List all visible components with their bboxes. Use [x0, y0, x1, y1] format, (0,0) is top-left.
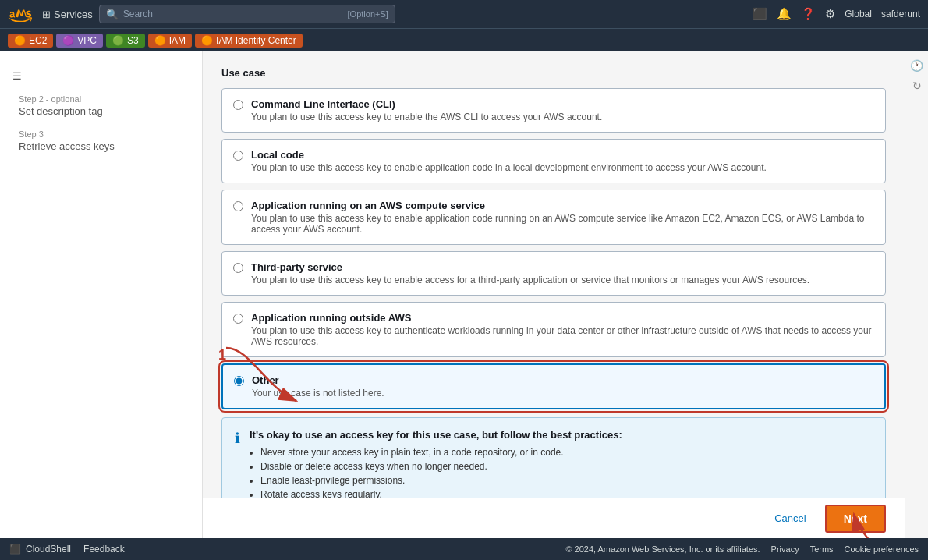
option-other[interactable]: Other Your use case is not listed here.	[221, 363, 886, 409]
services-menu[interactable]: ⊞ Services	[42, 9, 93, 20]
option-outside-aws-label: Application running outside AWS	[251, 312, 874, 324]
feedback-link[interactable]: Feedback	[83, 544, 125, 555]
hamburger-icon[interactable]: ☰	[0, 64, 202, 88]
step3-title: Retrieve access keys	[19, 140, 183, 152]
sidebar-step-2: Step 2 - optional Set description tag	[0, 88, 202, 123]
option-third-party[interactable]: Third-party service You plan to use this…	[221, 251, 886, 296]
clock-icon[interactable]: 🕐	[910, 59, 923, 72]
search-input[interactable]	[123, 9, 343, 19]
privacy-link[interactable]: Privacy	[771, 544, 799, 554]
terminal-icon[interactable]: ⬛	[753, 7, 767, 21]
radio-aws-compute[interactable]	[233, 201, 243, 211]
best-practices-info: ℹ It's okay to use an access key for thi…	[221, 417, 886, 498]
option-local-code[interactable]: Local code You plan to use this access k…	[221, 139, 886, 183]
option-third-party-desc: You plan to use this access key to enabl…	[251, 275, 809, 285]
cookie-link[interactable]: Cookie preferences	[845, 544, 919, 554]
search-icon: 🔍	[106, 9, 119, 20]
next-button[interactable]: Next	[825, 505, 886, 533]
search-shortcut: [Option+S]	[348, 9, 388, 19]
footer-bar: ⬛ CloudShell Feedback © 2024, Amazon Web…	[0, 538, 928, 560]
radio-third-party[interactable]	[233, 263, 243, 273]
radio-local-code[interactable]	[233, 151, 243, 161]
settings-icon[interactable]: ⚙	[825, 7, 835, 21]
footer-right: © 2024, Amazon Web Services, Inc. or its…	[565, 544, 919, 554]
option-outside-aws-desc: You plan to use this access key to authe…	[251, 325, 874, 347]
sidebar-step-3: Step 3 Retrieve access keys	[0, 123, 202, 158]
radio-other[interactable]	[234, 376, 244, 386]
cancel-button[interactable]: Cancel	[765, 508, 815, 529]
option-aws-compute-desc: You plan to use this access key to enabl…	[251, 213, 874, 235]
use-case-title: Use case	[221, 67, 886, 79]
aws-logo[interactable]	[8, 6, 33, 22]
option-third-party-label: Third-party service	[251, 261, 809, 273]
vpc-shortcut[interactable]: 🟣 VPC	[56, 34, 103, 48]
content-area: Use case Command Line Interface (CLI) Yo…	[203, 51, 905, 498]
option-other-label: Other	[252, 374, 384, 386]
step3-label: Step 3	[19, 129, 183, 139]
iam-identity-shortcut[interactable]: 🟠 IAM Identity Center	[195, 34, 303, 48]
copyright-text: © 2024, Amazon Web Services, Inc. or its…	[565, 544, 760, 554]
radio-outside-aws[interactable]	[233, 314, 243, 324]
radio-cli[interactable]	[233, 100, 243, 110]
main-layout: ☰ Step 2 - optional Set description tag …	[0, 51, 928, 538]
help-icon[interactable]: ❓	[801, 7, 816, 21]
sidebar: ☰ Step 2 - optional Set description tag …	[0, 51, 203, 538]
option-cli[interactable]: Command Line Interface (CLI) You plan to…	[221, 88, 886, 133]
cloudshell-button[interactable]: ⬛ CloudShell	[9, 544, 71, 555]
ec2-shortcut[interactable]: 🟠 EC2	[8, 34, 53, 48]
ec2-icon: 🟠	[14, 35, 26, 46]
option-aws-compute[interactable]: Application running on an AWS compute se…	[221, 190, 886, 245]
info-circle-icon: ℹ	[235, 430, 240, 447]
bell-icon[interactable]: 🔔	[777, 7, 792, 21]
iam-icon: 🟠	[154, 35, 166, 46]
option-outside-aws[interactable]: Application running outside AWS You plan…	[221, 302, 886, 357]
bullet-3: Enable least-privilege permissions.	[260, 475, 676, 486]
step2-label: Step 2 - optional	[19, 94, 183, 104]
cloudshell-label: CloudShell	[26, 544, 71, 555]
option-cli-desc: You plan to use this access key to enabl…	[251, 112, 602, 122]
option-cli-label: Command Line Interface (CLI)	[251, 98, 602, 110]
step2-title: Set description tag	[19, 105, 183, 117]
user-menu[interactable]: safderunt	[881, 9, 920, 19]
info-title: It's okay to use an access key for this …	[250, 429, 676, 441]
option-other-desc: Your use case is not listed here.	[252, 388, 384, 399]
s3-icon: 🟢	[112, 35, 124, 46]
bullet-4: Rotate access keys regularly.	[260, 489, 676, 498]
iam-shortcut[interactable]: 🟠 IAM	[148, 34, 192, 48]
iam-identity-icon: 🟠	[201, 35, 213, 46]
grid-icon: ⊞	[42, 9, 51, 20]
search-bar[interactable]: 🔍 [Option+S]	[99, 5, 395, 23]
info-bullets: Never store your access key in plain tex…	[260, 447, 676, 498]
s3-shortcut[interactable]: 🟢 S3	[106, 34, 145, 48]
bullet-2: Disable or delete access keys when no lo…	[260, 461, 676, 472]
vpc-icon: 🟣	[62, 35, 74, 46]
nav-icons-group: ⬛ 🔔 ❓ ⚙ Global safderunt	[753, 7, 920, 21]
bullet-1: Never store your access key in plain tex…	[260, 447, 676, 458]
service-shortcuts-bar: 🟠 EC2 🟣 VPC 🟢 S3 🟠 IAM 🟠 IAM Identity Ce…	[0, 28, 928, 51]
option-local-code-label: Local code	[251, 149, 767, 161]
terms-link[interactable]: Terms	[810, 544, 834, 554]
cloudshell-icon: ⬛	[9, 544, 21, 555]
action-bar: Cancel Next 2	[203, 498, 905, 538]
region-selector[interactable]: Global	[845, 9, 872, 19]
option-aws-compute-label: Application running on an AWS compute se…	[251, 200, 874, 211]
refresh-icon[interactable]: ↻	[912, 80, 922, 92]
option-local-code-desc: You plan to use this access key to enabl…	[251, 162, 767, 173]
top-navigation: ⊞ Services 🔍 [Option+S] ⬛ 🔔 ❓ ⚙ Global s…	[0, 0, 928, 28]
right-sidebar: 🕐 ↻	[905, 51, 928, 538]
